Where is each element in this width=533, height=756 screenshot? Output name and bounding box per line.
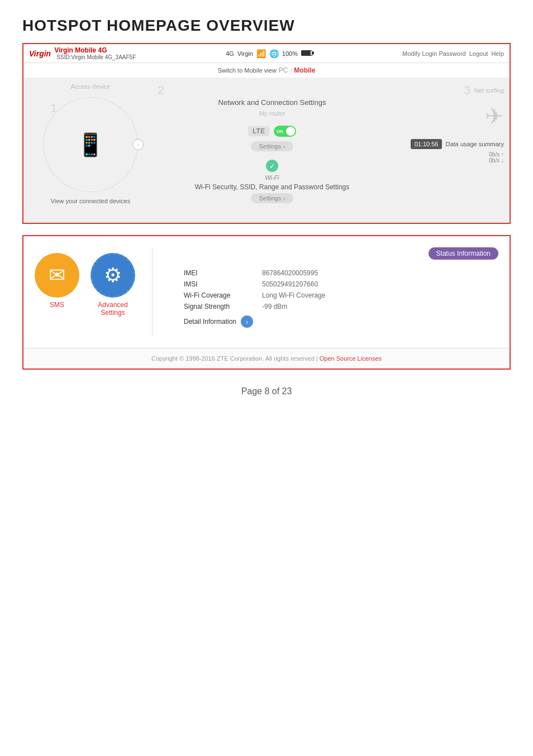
globe-icon: 🌐 — [269, 49, 279, 58]
logout-link[interactable]: Logout — [469, 50, 488, 57]
settings-chevron-icon: › — [283, 143, 285, 150]
detail-info-button[interactable]: › — [241, 315, 253, 328]
screenshot-main-area: Access device 1 📱 › View your connected … — [23, 78, 510, 223]
status-info-area: Status Information IMEI 867864020005995 … — [169, 247, 498, 337]
section-access-device: Access device 1 📱 › View your connected … — [29, 83, 152, 217]
status-bar-right: Modify Login Password Logout Help — [402, 50, 504, 57]
status-badge: Status Information — [429, 247, 498, 260]
page-title: HOTSPOT HOMEPAGE OVERVIEW — [0, 0, 533, 43]
status-bar-left: Virgin Virgin Mobile 4G SSID:Virgin Mobi… — [29, 46, 136, 60]
detail-info-row: Detail Information › — [180, 315, 498, 328]
imsi-label: IMSI — [180, 279, 259, 290]
speed-area: 0b/s ↑ 0b/s ↓ — [489, 151, 504, 164]
device-circle-area: 1 📱 › — [40, 94, 141, 195]
battery-text: 100% — [282, 50, 298, 57]
sms-circle: ✉ — [35, 253, 79, 298]
carrier-name: Virgin — [237, 50, 253, 57]
net-surfing-label: Net surfing — [474, 87, 504, 94]
signal-strength-row: Signal Strength -99 dBm — [180, 301, 498, 312]
timer-area: 01:10:56 Data usage summary — [411, 139, 504, 149]
lte-badge: LTE — [248, 126, 269, 136]
help-link[interactable]: Help — [491, 50, 504, 57]
mobile-label[interactable]: Mobile — [294, 66, 315, 74]
lte-toggle[interactable]: ON — [274, 126, 296, 137]
brand-info: Virgin Mobile 4G SSID:Virgin Mobile 4G_3… — [54, 46, 136, 60]
advanced-settings-button[interactable]: ⚙ Advanced Settings — [91, 253, 135, 317]
section-my-router: 2 Network and Connection Settings My rou… — [152, 83, 392, 217]
status-bar-center: 4G Virgin 📶 🌐 100% — [136, 49, 402, 58]
detail-info-label: Detail Information — [184, 318, 236, 326]
modify-login-link[interactable]: Modify Login Password — [402, 50, 466, 57]
advanced-settings-label: Advanced Settings — [98, 301, 127, 317]
status-bar: Virgin Virgin Mobile 4G SSID:Virgin Mobi… — [23, 44, 510, 63]
section-number-2: 2 — [158, 83, 164, 98]
toggle-knob — [286, 127, 295, 136]
wifi-settings-button[interactable]: Settings › — [251, 193, 293, 203]
lte-row: LTE ON — [248, 126, 296, 137]
bottom-panel-content: ✉ SMS ⚙ Advanced Settings Status Informa… — [23, 236, 510, 348]
router-settings-button[interactable]: Settings › — [251, 141, 293, 151]
panel-footer: Copyright © 1998-2016 ZTE Corporation. A… — [23, 348, 510, 369]
imei-row: IMEI 867864020005995 — [180, 267, 498, 279]
status-table: IMEI 867864020005995 IMSI 50502949120766… — [180, 267, 498, 312]
sms-label: SMS — [50, 301, 64, 309]
envelope-icon: ✉ — [49, 264, 65, 287]
advanced-circle: ⚙ — [91, 253, 135, 298]
wifi-description: Wi-Fi Security, SSID, Range and Password… — [195, 183, 350, 191]
bottom-screenshot-panel: ✉ SMS ⚙ Advanced Settings Status Informa… — [22, 235, 511, 370]
network-type: 4G — [226, 50, 234, 57]
send-icon: ✈ — [485, 103, 504, 129]
imei-label: IMEI — [180, 267, 259, 279]
switch-label: Switch to Mobile view — [218, 67, 277, 74]
open-source-link[interactable]: Open Source Licenses — [320, 355, 382, 362]
vertical-divider — [152, 247, 153, 337]
virgin-logo: Virgin — [29, 49, 51, 58]
view-toggle-bar: Switch to Mobile view PC | Mobile — [23, 63, 510, 78]
my-router-label: My router — [259, 110, 285, 117]
signal-bars-icon: 📶 — [256, 49, 266, 58]
toggle-separator: | — [290, 67, 292, 74]
arrow-button[interactable]: › — [132, 139, 144, 150]
wifi-checkmark: ✓ — [266, 160, 278, 172]
wifi-label-row: Wi-Fi — [195, 174, 350, 181]
toggle-on-text: ON — [277, 129, 283, 134]
data-usage-label: Data usage summary — [445, 141, 504, 147]
section-number-1: 1 — [50, 101, 57, 116]
router-settings-label: Settings — [259, 143, 281, 150]
imsi-value: 505029491207660 — [259, 279, 498, 290]
network-settings-title: Network and Connection Settings — [218, 98, 326, 108]
section-number-3: 3 — [464, 83, 471, 98]
imsi-row: IMSI 505029491207660 — [180, 279, 498, 290]
gear-icon: ⚙ — [104, 264, 122, 287]
section-net-surfing: 3 Net surfing ✈ 01:10:56 Data usage summ… — [392, 83, 504, 217]
pc-label[interactable]: PC — [279, 66, 288, 74]
wifi-coverage-row: Wi-Fi Coverage Long Wi-Fi Coverage — [180, 290, 498, 301]
page-number: Page 8 of 23 — [0, 370, 533, 413]
icon-buttons-area: ✉ SMS ⚙ Advanced Settings — [35, 247, 135, 337]
brand-name: Virgin Mobile 4G — [54, 46, 136, 54]
signal-strength-value: -99 dBm — [259, 301, 498, 312]
battery-icon — [301, 50, 312, 57]
wifi-coverage-label: Wi-Fi Coverage — [180, 290, 259, 301]
outer-circle — [43, 97, 138, 192]
sms-button[interactable]: ✉ SMS — [35, 253, 79, 309]
wifi-icon: Wi-Fi — [265, 174, 279, 181]
wifi-settings-chevron-icon: › — [283, 195, 285, 202]
wifi-settings-label: Settings — [259, 195, 281, 202]
netsurfing-header: 3 Net surfing — [392, 83, 504, 98]
wifi-section: ✓ Wi-Fi Wi-Fi Security, SSID, Range and … — [195, 160, 350, 205]
imei-value: 867864020005995 — [259, 267, 498, 279]
ssid-label: SSID:Virgin Mobile 4G_3AAF5F — [56, 54, 136, 60]
copyright-text: Copyright © 1998-2016 ZTE Corporation. A… — [151, 355, 320, 362]
upload-speed: 0b/s ↑ — [489, 151, 504, 157]
timer-display: 01:10:56 — [411, 139, 442, 149]
access-device-label: Access device — [71, 83, 110, 90]
signal-strength-label: Signal Strength — [180, 301, 259, 312]
wifi-coverage-value: Long Wi-Fi Coverage — [259, 290, 498, 301]
connected-devices-label: View your connected devices — [51, 198, 130, 204]
download-speed: 0b/s ↓ — [489, 157, 504, 164]
top-screenshot-panel: Virgin Virgin Mobile 4G SSID:Virgin Mobi… — [22, 43, 511, 224]
